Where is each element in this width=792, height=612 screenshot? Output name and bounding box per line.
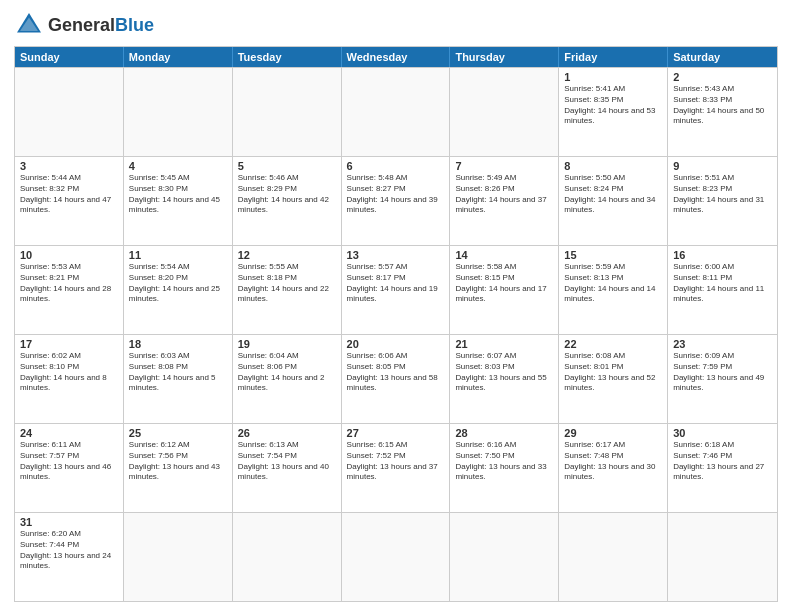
- calendar-row-4: 24Sunrise: 6:11 AM Sunset: 7:57 PM Dayli…: [15, 423, 777, 512]
- calendar-row-5: 31Sunrise: 6:20 AM Sunset: 7:44 PM Dayli…: [15, 512, 777, 601]
- calendar-cell: 30Sunrise: 6:18 AM Sunset: 7:46 PM Dayli…: [668, 424, 777, 512]
- calendar-cell: [342, 513, 451, 601]
- weekday-header-tuesday: Tuesday: [233, 47, 342, 67]
- day-number: 22: [564, 338, 662, 350]
- calendar-cell: 26Sunrise: 6:13 AM Sunset: 7:54 PM Dayli…: [233, 424, 342, 512]
- day-number: 6: [347, 160, 445, 172]
- day-info: Sunrise: 6:12 AM Sunset: 7:56 PM Dayligh…: [129, 440, 227, 483]
- calendar-cell: 29Sunrise: 6:17 AM Sunset: 7:48 PM Dayli…: [559, 424, 668, 512]
- day-number: 23: [673, 338, 772, 350]
- calendar-cell: 22Sunrise: 6:08 AM Sunset: 8:01 PM Dayli…: [559, 335, 668, 423]
- day-number: 30: [673, 427, 772, 439]
- day-number: 24: [20, 427, 118, 439]
- calendar-cell: [233, 513, 342, 601]
- logo-text: GeneralBlue: [48, 15, 154, 36]
- calendar-cell: 4Sunrise: 5:45 AM Sunset: 8:30 PM Daylig…: [124, 157, 233, 245]
- day-info: Sunrise: 6:15 AM Sunset: 7:52 PM Dayligh…: [347, 440, 445, 483]
- weekday-header-friday: Friday: [559, 47, 668, 67]
- calendar-cell: 27Sunrise: 6:15 AM Sunset: 7:52 PM Dayli…: [342, 424, 451, 512]
- calendar-cell: 24Sunrise: 6:11 AM Sunset: 7:57 PM Dayli…: [15, 424, 124, 512]
- day-number: 29: [564, 427, 662, 439]
- calendar-cell: 18Sunrise: 6:03 AM Sunset: 8:08 PM Dayli…: [124, 335, 233, 423]
- day-info: Sunrise: 6:09 AM Sunset: 7:59 PM Dayligh…: [673, 351, 772, 394]
- day-info: Sunrise: 6:17 AM Sunset: 7:48 PM Dayligh…: [564, 440, 662, 483]
- day-info: Sunrise: 5:59 AM Sunset: 8:13 PM Dayligh…: [564, 262, 662, 305]
- calendar-cell: 6Sunrise: 5:48 AM Sunset: 8:27 PM Daylig…: [342, 157, 451, 245]
- calendar-cell: 10Sunrise: 5:53 AM Sunset: 8:21 PM Dayli…: [15, 246, 124, 334]
- calendar-cell: [559, 513, 668, 601]
- calendar-cell: [124, 68, 233, 156]
- calendar-cell: 13Sunrise: 5:57 AM Sunset: 8:17 PM Dayli…: [342, 246, 451, 334]
- day-info: Sunrise: 5:48 AM Sunset: 8:27 PM Dayligh…: [347, 173, 445, 216]
- header: GeneralBlue: [14, 10, 778, 40]
- calendar-cell: 21Sunrise: 6:07 AM Sunset: 8:03 PM Dayli…: [450, 335, 559, 423]
- day-number: 16: [673, 249, 772, 261]
- calendar-cell: 31Sunrise: 6:20 AM Sunset: 7:44 PM Dayli…: [15, 513, 124, 601]
- day-number: 8: [564, 160, 662, 172]
- day-info: Sunrise: 6:11 AM Sunset: 7:57 PM Dayligh…: [20, 440, 118, 483]
- day-number: 14: [455, 249, 553, 261]
- weekday-header-wednesday: Wednesday: [342, 47, 451, 67]
- calendar-cell: 1Sunrise: 5:41 AM Sunset: 8:35 PM Daylig…: [559, 68, 668, 156]
- day-number: 27: [347, 427, 445, 439]
- day-info: Sunrise: 6:16 AM Sunset: 7:50 PM Dayligh…: [455, 440, 553, 483]
- day-info: Sunrise: 5:45 AM Sunset: 8:30 PM Dayligh…: [129, 173, 227, 216]
- day-info: Sunrise: 5:41 AM Sunset: 8:35 PM Dayligh…: [564, 84, 662, 127]
- day-number: 1: [564, 71, 662, 83]
- calendar-body: 1Sunrise: 5:41 AM Sunset: 8:35 PM Daylig…: [15, 67, 777, 601]
- day-info: Sunrise: 5:58 AM Sunset: 8:15 PM Dayligh…: [455, 262, 553, 305]
- day-number: 10: [20, 249, 118, 261]
- day-number: 21: [455, 338, 553, 350]
- calendar-cell: 25Sunrise: 6:12 AM Sunset: 7:56 PM Dayli…: [124, 424, 233, 512]
- calendar-cell: [15, 68, 124, 156]
- day-info: Sunrise: 5:44 AM Sunset: 8:32 PM Dayligh…: [20, 173, 118, 216]
- calendar-cell: 11Sunrise: 5:54 AM Sunset: 8:20 PM Dayli…: [124, 246, 233, 334]
- day-number: 17: [20, 338, 118, 350]
- page: GeneralBlue SundayMondayTuesdayWednesday…: [0, 0, 792, 612]
- calendar-cell: 20Sunrise: 6:06 AM Sunset: 8:05 PM Dayli…: [342, 335, 451, 423]
- day-info: Sunrise: 6:04 AM Sunset: 8:06 PM Dayligh…: [238, 351, 336, 394]
- day-info: Sunrise: 5:53 AM Sunset: 8:21 PM Dayligh…: [20, 262, 118, 305]
- calendar-cell: 16Sunrise: 6:00 AM Sunset: 8:11 PM Dayli…: [668, 246, 777, 334]
- calendar-cell: [668, 513, 777, 601]
- calendar-cell: 19Sunrise: 6:04 AM Sunset: 8:06 PM Dayli…: [233, 335, 342, 423]
- day-number: 28: [455, 427, 553, 439]
- day-number: 26: [238, 427, 336, 439]
- day-number: 12: [238, 249, 336, 261]
- calendar-cell: 3Sunrise: 5:44 AM Sunset: 8:32 PM Daylig…: [15, 157, 124, 245]
- weekday-header-monday: Monday: [124, 47, 233, 67]
- day-number: 11: [129, 249, 227, 261]
- calendar-row-2: 10Sunrise: 5:53 AM Sunset: 8:21 PM Dayli…: [15, 245, 777, 334]
- day-number: 18: [129, 338, 227, 350]
- day-number: 19: [238, 338, 336, 350]
- day-info: Sunrise: 5:51 AM Sunset: 8:23 PM Dayligh…: [673, 173, 772, 216]
- calendar-cell: [450, 513, 559, 601]
- day-number: 13: [347, 249, 445, 261]
- day-info: Sunrise: 6:06 AM Sunset: 8:05 PM Dayligh…: [347, 351, 445, 394]
- day-info: Sunrise: 6:03 AM Sunset: 8:08 PM Dayligh…: [129, 351, 227, 394]
- calendar-cell: 23Sunrise: 6:09 AM Sunset: 7:59 PM Dayli…: [668, 335, 777, 423]
- day-info: Sunrise: 6:02 AM Sunset: 8:10 PM Dayligh…: [20, 351, 118, 394]
- calendar-cell: 8Sunrise: 5:50 AM Sunset: 8:24 PM Daylig…: [559, 157, 668, 245]
- day-info: Sunrise: 6:18 AM Sunset: 7:46 PM Dayligh…: [673, 440, 772, 483]
- calendar-row-1: 3Sunrise: 5:44 AM Sunset: 8:32 PM Daylig…: [15, 156, 777, 245]
- calendar-cell: 17Sunrise: 6:02 AM Sunset: 8:10 PM Dayli…: [15, 335, 124, 423]
- calendar-row-0: 1Sunrise: 5:41 AM Sunset: 8:35 PM Daylig…: [15, 67, 777, 156]
- day-info: Sunrise: 5:54 AM Sunset: 8:20 PM Dayligh…: [129, 262, 227, 305]
- day-number: 25: [129, 427, 227, 439]
- day-info: Sunrise: 5:46 AM Sunset: 8:29 PM Dayligh…: [238, 173, 336, 216]
- day-info: Sunrise: 5:43 AM Sunset: 8:33 PM Dayligh…: [673, 84, 772, 127]
- calendar-cell: [233, 68, 342, 156]
- calendar-cell: 5Sunrise: 5:46 AM Sunset: 8:29 PM Daylig…: [233, 157, 342, 245]
- calendar-cell: [450, 68, 559, 156]
- calendar-cell: 15Sunrise: 5:59 AM Sunset: 8:13 PM Dayli…: [559, 246, 668, 334]
- calendar-header: SundayMondayTuesdayWednesdayThursdayFrid…: [15, 47, 777, 67]
- calendar-cell: [342, 68, 451, 156]
- day-number: 31: [20, 516, 118, 528]
- day-number: 4: [129, 160, 227, 172]
- day-number: 2: [673, 71, 772, 83]
- day-number: 5: [238, 160, 336, 172]
- day-number: 9: [673, 160, 772, 172]
- logo-icon: [14, 10, 44, 40]
- calendar-cell: 12Sunrise: 5:55 AM Sunset: 8:18 PM Dayli…: [233, 246, 342, 334]
